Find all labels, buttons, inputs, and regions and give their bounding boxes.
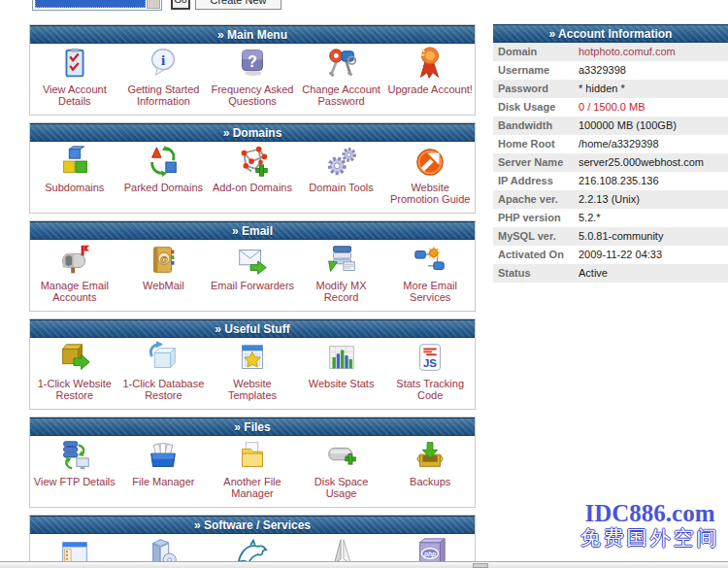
account-row-activated-on: Activated On 2009-11-22 04:33 [493,246,728,264]
menu-item-disk-space-usage[interactable]: Disk Space Usage [297,438,386,507]
menu-item-getting-started[interactable]: i Getting Started Information [119,46,209,115]
svg-text:php: php [423,551,436,558]
account-row-label: Disk Usage [493,98,579,117]
account-information-panel: » Account Information Domain hotphoto.co… [493,24,728,283]
account-row-label: Apache ver. [493,190,579,209]
menu-item-1click-database-restore[interactable]: 1-Click Database Restore [119,340,209,409]
cube-restore-icon [145,340,182,377]
recycle-cubes-icon [145,144,182,181]
account-row-mysql-ver: MySQL ver. 5.0.81-community [493,227,728,246]
menu-item-label: Frequency Asked Questions [208,83,297,107]
menu-item-faq[interactable]: ? Frequency Asked Questions [208,46,297,115]
menu-item-label: File Manager [130,475,196,487]
account-row-domain: Domain hotphoto.comuf.com [493,43,728,61]
account-row-label: Activated On [493,246,579,264]
menu-item-modify-mx-record[interactable]: Modify MX Record [297,242,386,311]
section-email: » Email Manage Email Accounts @ WebMail … [29,220,476,312]
menu-item-webmail[interactable]: @ WebMail [119,242,209,311]
menu-item-label: Domain Tools [307,181,375,193]
menu-item-website-templates[interactable]: Website Templates [208,340,297,409]
menu-item-parked-domains[interactable]: Parked Domains [119,144,209,213]
menu-item-label: Change Account Password [297,83,386,107]
account-row-label: Home Root [493,135,579,153]
menu-item-backups[interactable]: Backups [385,438,475,507]
section-software-services: » Software / Services php [29,515,476,568]
network-cube-plus-icon [234,144,271,181]
create-new-button[interactable]: Create New [195,0,281,10]
watermark: IDC886.com 免费国外空间 [575,501,725,550]
disk-usage-value: 0 / 1500.0 MB [579,98,645,117]
disk-plus-icon [323,438,360,475]
scrollbar-thumb[interactable] [473,563,488,568]
account-row-label: Domain [493,43,579,61]
menu-item-label: Add-on Domains [211,181,294,193]
domain-select[interactable]: ▼ [32,0,162,11]
menu-item-upgrade-account[interactable]: Upgrade Account! [385,46,475,115]
menu-item-label: 1-Click Database Restore [119,377,209,401]
package-restore-icon [56,340,93,377]
account-row-label: MySQL ver. [493,227,579,246]
address-book-icon: @ [145,242,182,279]
award-ribbon-icon [412,46,448,83]
menu-item-change-password[interactable]: Change Account Password [297,46,386,115]
mail-server-icon [323,242,360,279]
menu-item-domain-tools[interactable]: Domain Tools [297,144,386,213]
menu-item-email-forwarders[interactable]: Email Forwarders [208,242,297,311]
envelope-arrow-icon [234,242,271,279]
menu-item-label: WebMail [141,279,186,291]
gears-icon [323,144,360,181]
menu-item-subdomains[interactable]: Subdomains [30,144,119,213]
file-drawer-icon [145,438,182,475]
account-row-value: 5.0.81-community [579,227,663,246]
section-domains: » Domains Subdomains Parked Domains Add-… [29,122,476,214]
menu-item-file-manager[interactable]: File Manager [119,438,209,507]
svg-text:@: @ [160,254,168,264]
menu-item-website-promotion-guide[interactable]: Website Promotion Guide [385,144,475,213]
account-info-title: » Account Information [493,24,728,43]
menu-item-website-stats[interactable]: Website Stats [297,340,386,409]
menu-item-manage-email-accounts[interactable]: Manage Email Accounts [30,242,119,311]
account-row-label: Status [493,264,579,283]
domain-link[interactable]: hotphoto.comuf.com [579,43,676,61]
account-row-apache-ver: Apache ver. 2.2.13 (Unix) [493,190,728,209]
menu-item-label: 1-Click Website Restore [30,377,119,401]
account-row-value: Active [579,264,608,283]
menu-item-view-account-details[interactable]: View Account Details [30,46,119,115]
section-title: » Software / Services [30,516,475,534]
menu-item-label: View FTP Details [32,475,117,487]
top-controls-strip: ▼ Go Create New [0,0,728,13]
account-row-label: IP Address [493,172,579,190]
menu-item-stats-tracking-code[interactable]: JS Stats Tracking Code [385,340,475,409]
menu-item-view-ftp-details[interactable]: View FTP Details [30,438,119,507]
svg-text:i: i [161,51,165,68]
account-row-home-root: Home Root /home/a3329398 [493,135,728,153]
account-row-value: 216.108.235.136 [579,172,659,190]
account-row-disk-usage: Disk Usage 0 / 1500.0 MB [493,98,728,117]
menu-item-label: Stats Tracking Code [385,377,475,401]
menu-item-label: Upgrade Account! [385,83,474,95]
question-mark-icon: ? [234,46,271,83]
section-useful-stuff: » Useful Stuff 1-Click Website Restore 1… [29,318,476,410]
menu-item-label: Website Stats [307,377,377,389]
account-row-label: Bandwidth [493,117,579,135]
backup-box-icon [412,438,448,475]
menu-item-label: Another File Manager [208,475,297,499]
go-button[interactable]: Go [171,0,190,10]
horizontal-scrollbar[interactable] [0,561,728,568]
section-title: » Domains [30,123,475,142]
folders-icon [234,438,271,475]
chevron-down-icon[interactable]: ▼ [147,0,160,9]
account-row-value: server25.000webhost.com [579,153,704,172]
menu-item-1click-website-restore[interactable]: 1-Click Website Restore [30,340,119,409]
section-title: » Files [30,418,475,436]
menu-item-label: View Account Details [30,83,119,107]
section-main-menu: » Main Menu View Account Details i Getti… [29,24,476,116]
menu-item-more-email-services[interactable]: More Email Services [385,242,475,311]
section-title: » Main Menu [30,25,475,44]
svg-text:JS: JS [423,357,437,369]
menu-item-addon-domains[interactable]: Add-on Domains [208,144,297,213]
keys-icon [323,46,360,83]
menu-item-another-file-manager[interactable]: Another File Manager [208,438,297,507]
section-title: » Email [30,221,475,240]
menu-item-label: Modify MX Record [297,279,386,303]
